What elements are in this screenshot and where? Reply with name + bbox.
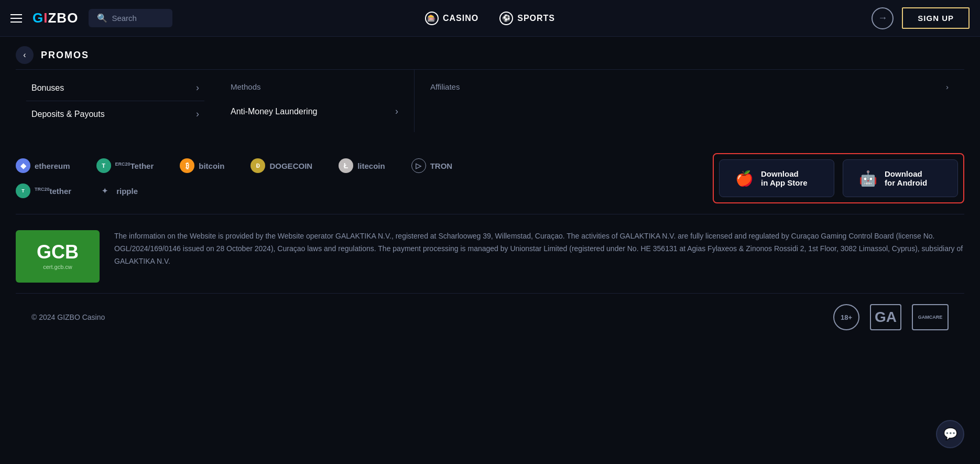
ethereum-label: ethereum	[35, 161, 70, 170]
logo-z: Z	[48, 10, 57, 26]
dogecoin-icon: Ð	[251, 158, 265, 173]
search-bar[interactable]: 🔍 Search	[89, 9, 172, 27]
nav-casino-label: CASINO	[443, 14, 478, 23]
nav-casino[interactable]: 🎰 CASINO	[425, 12, 478, 25]
bitcoin-label: bitcoin	[199, 161, 224, 170]
crypto-tron: ▷ TRON	[411, 158, 453, 173]
download-section: 🍎 Download in App Store 🤖 Download for A…	[713, 153, 964, 203]
nav-sports[interactable]: ⚽ SPORTS	[499, 12, 555, 25]
ga-badge: GA	[870, 304, 901, 330]
promos-section: ‹ PROMOS Bonuses › Deposits & Payouts › …	[0, 37, 980, 132]
login-icon: →	[878, 13, 887, 24]
header: GIZBO 🔍 Search 🎰 CASINO ⚽ SPORTS → SIGN …	[0, 0, 980, 37]
litecoin-icon: Ł	[339, 158, 353, 173]
logo[interactable]: GIZBO	[32, 10, 78, 26]
apple-icon: 🍎	[735, 170, 754, 187]
gamcare-badge: GAMCARE	[912, 304, 949, 330]
chevron-bonuses-icon: ›	[196, 82, 199, 93]
appstore-line1: Download	[761, 169, 808, 178]
crypto-ripple: ✦ ripple	[97, 184, 138, 198]
tether-trc20-label: TRC20tether	[35, 187, 71, 196]
logo-o: O	[67, 10, 78, 26]
affiliates-header: Affiliates ›	[425, 75, 954, 99]
crypto-dogecoin: Ð DOGECOIN	[251, 158, 312, 173]
sports-icon: ⚽	[499, 12, 513, 25]
search-label: Search	[112, 14, 137, 23]
crypto-ethereum: ◆ ethereum	[16, 158, 70, 173]
hamburger-icon[interactable]	[10, 14, 22, 23]
header-left: GIZBO 🔍 Search	[10, 9, 172, 27]
chat-button[interactable]: 💬	[936, 420, 964, 448]
gcb-badge: GCB cert.gcb.cw	[16, 230, 100, 283]
crypto-bitcoin: ₿ bitcoin	[180, 158, 224, 173]
gcb-sub: cert.gcb.cw	[43, 264, 72, 270]
menu-item-deposits[interactable]: Deposits & Payouts ›	[26, 101, 204, 127]
android-line2: for Android	[885, 178, 927, 187]
android-text: Download for Android	[885, 169, 927, 187]
tether-icon: T	[96, 158, 111, 173]
ripple-icon: ✦	[97, 184, 112, 198]
legal-section: GCB cert.gcb.cw The information on the W…	[16, 214, 964, 293]
casino-icon: 🎰	[425, 12, 439, 25]
crypto-litecoin: Ł litecoin	[339, 158, 385, 173]
methods-label: Methods	[231, 82, 261, 91]
search-icon: 🔍	[97, 13, 107, 23]
back-button[interactable]: ‹	[16, 46, 34, 64]
crypto-tether-erc20: T ERC20Tether	[96, 158, 154, 173]
legal-text: The information on the Website is provid…	[114, 230, 964, 267]
menu-col-1: Bonuses › Deposits & Payouts ›	[16, 70, 215, 132]
menu-item-bonuses[interactable]: Bonuses ›	[26, 75, 204, 101]
crypto-row-2: T TRC20tether ✦ ripple	[16, 184, 452, 198]
login-button[interactable]: →	[872, 7, 894, 29]
copyright-text: © 2024 GIZBO Casino	[31, 313, 105, 321]
menu-section: Bonuses › Deposits & Payouts › Methods A…	[16, 69, 964, 132]
header-right: → SIGN UP	[872, 7, 970, 29]
promos-title: PROMOS	[41, 50, 89, 61]
tether-label: ERC20Tether	[115, 161, 154, 170]
affiliates-label: Affiliates	[430, 82, 460, 91]
signup-button[interactable]: SIGN UP	[902, 7, 970, 29]
menu-bonuses-label: Bonuses	[31, 83, 64, 93]
chat-icon: 💬	[943, 427, 957, 441]
tether-trc20-icon: T	[16, 184, 30, 198]
content-area: ◆ ethereum T ERC20Tether ₿ bitcoin Ð DOG…	[0, 132, 980, 351]
bitcoin-icon: ₿	[180, 158, 194, 173]
crypto-logos: ◆ ethereum T ERC20Tether ₿ bitcoin Ð DOG…	[16, 158, 452, 198]
age-restriction-badge: 18+	[833, 304, 859, 330]
nav-sports-label: SPORTS	[517, 14, 555, 23]
appstore-line2: in App Store	[761, 178, 808, 187]
android-line1: Download	[885, 169, 927, 178]
logo-b: B	[57, 10, 67, 26]
tron-label: TRON	[430, 161, 453, 170]
crypto-download-row: ◆ ethereum T ERC20Tether ₿ bitcoin Ð DOG…	[16, 143, 964, 214]
dogecoin-label: DOGECOIN	[269, 161, 312, 170]
chevron-deposits-icon: ›	[196, 109, 199, 120]
menu-col-2: Methods Anti-Money Laundering ›	[215, 70, 414, 132]
footer: © 2024 GIZBO Casino 18+ GA GAMCARE	[16, 293, 964, 341]
tron-icon: ▷	[411, 158, 426, 173]
logo-g: G	[32, 10, 43, 26]
methods-header: Methods	[225, 75, 404, 99]
appstore-text: Download in App Store	[761, 169, 808, 187]
menu-deposits-label: Deposits & Payouts	[31, 110, 105, 119]
gcb-text: GCB	[37, 243, 79, 262]
header-center: 🎰 CASINO ⚽ SPORTS	[425, 12, 555, 25]
promos-header: ‹ PROMOS	[16, 37, 964, 69]
footer-badges: 18+ GA GAMCARE	[833, 304, 949, 330]
chevron-aml-icon: ›	[395, 106, 398, 117]
download-appstore-button[interactable]: 🍎 Download in App Store	[719, 159, 834, 197]
download-android-button[interactable]: 🤖 Download for Android	[843, 159, 958, 197]
menu-col-3: Affiliates ›	[414, 70, 964, 132]
ethereum-icon: ◆	[16, 158, 30, 173]
menu-aml-label: Anti-Money Laundering	[231, 107, 317, 116]
affiliates-arrow-icon: ›	[946, 82, 949, 91]
crypto-row-1: ◆ ethereum T ERC20Tether ₿ bitcoin Ð DOG…	[16, 158, 452, 173]
crypto-tether-trc20: T TRC20tether	[16, 184, 71, 198]
android-icon: 🤖	[859, 170, 877, 187]
litecoin-label: litecoin	[357, 161, 385, 170]
ripple-label: ripple	[116, 187, 138, 196]
menu-item-aml[interactable]: Anti-Money Laundering ›	[225, 99, 404, 124]
